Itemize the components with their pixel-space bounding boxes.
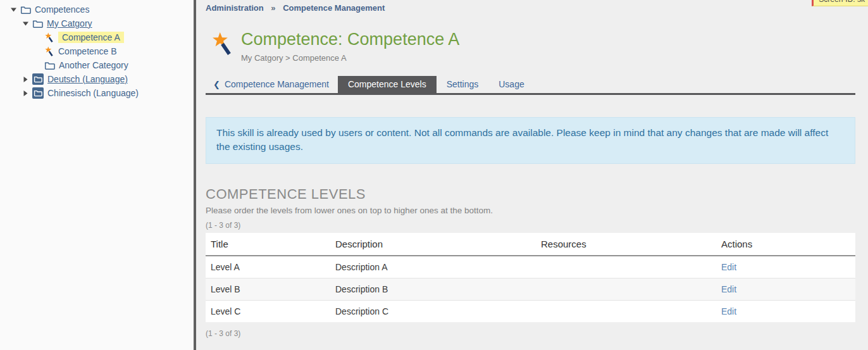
cell-description: Description A xyxy=(330,256,536,278)
edit-link-level-b[interactable]: Edit xyxy=(721,284,736,294)
tree-item-label[interactable]: Competence A xyxy=(58,32,124,43)
tab-back-competence-management[interactable]: ❮ Competence Management xyxy=(206,76,338,93)
tree-item-label[interactable]: Competences xyxy=(35,4,89,15)
tree-item-competence-b[interactable]: Competence B xyxy=(0,44,194,58)
page-header: Competence: Competence A My Catgory > Co… xyxy=(211,30,855,63)
folder-icon xyxy=(44,61,55,70)
expand-triangle-right-icon[interactable] xyxy=(21,91,30,96)
tree-item-competence-a[interactable]: Competence A xyxy=(0,30,194,44)
skill-wand-icon xyxy=(44,32,54,43)
table-header-row: Title Description Resources Actions xyxy=(206,233,855,256)
levels-table: Title Description Resources Actions Leve… xyxy=(206,233,855,323)
screen-id-badge: Screen-ID: sk xyxy=(812,0,868,6)
app-window: Competences My Catgory Competence A xyxy=(0,0,868,350)
result-range-bottom: (1 - 3 of 3) xyxy=(206,329,855,338)
back-tab-label: Competence Management xyxy=(225,79,329,89)
table-row-level-b: Level B Description B Edit xyxy=(206,278,855,300)
table-row-level-c: Level C Description C Edit xyxy=(206,300,855,322)
column-header-title: Title xyxy=(206,233,330,256)
breadcrumb-competence-management[interactable]: Competence Management xyxy=(283,3,385,13)
expand-triangle-down-icon[interactable] xyxy=(9,8,18,12)
competence-levels-section: COMPETENCE LEVELS Please order the level… xyxy=(206,186,855,339)
skill-wand-icon xyxy=(211,31,235,63)
cell-description: Description B xyxy=(330,278,536,300)
cell-title: Level C xyxy=(206,300,330,322)
usage-warning-message: This skill is already used by users or c… xyxy=(206,117,855,164)
cell-resources xyxy=(536,278,716,300)
language-folder-icon xyxy=(32,87,44,99)
tree-item-my-catgory[interactable]: My Catgory xyxy=(0,16,194,30)
breadcrumb-administration[interactable]: Administration xyxy=(206,3,264,13)
tree-item-label[interactable]: Competence B xyxy=(58,46,117,56)
cell-resources xyxy=(536,256,716,278)
tab-settings[interactable]: Settings xyxy=(437,76,489,93)
expand-triangle-right-icon[interactable] xyxy=(21,77,30,82)
repository-tree-sidebar: Competences My Catgory Competence A xyxy=(0,0,194,350)
chevron-left-icon: ❮ xyxy=(213,80,220,89)
tree-item-another-category[interactable]: Another Category xyxy=(0,58,194,72)
cell-title: Level A xyxy=(206,256,330,278)
breadcrumb: Administration » Competence Management xyxy=(206,0,855,13)
tree-item-chinesisch-language[interactable]: Chinesisch (Language) xyxy=(0,86,194,100)
tree-item-deutsch-language[interactable]: Deutsch (Language) xyxy=(0,72,194,86)
tab-usage[interactable]: Usage xyxy=(488,76,534,93)
tab-bar: ❮ Competence Management Competence Level… xyxy=(206,76,855,95)
section-subtitle: Please order the levels from lower ones … xyxy=(206,206,855,215)
cell-title: Level B xyxy=(206,278,330,300)
column-header-resources: Resources xyxy=(536,233,716,256)
section-title: COMPETENCE LEVELS xyxy=(206,186,855,203)
tree-item-label[interactable]: Chinesisch (Language) xyxy=(47,88,139,98)
column-header-description: Description xyxy=(330,233,536,256)
language-folder-icon xyxy=(32,73,44,85)
folder-icon xyxy=(32,19,43,28)
tree-item-competences[interactable]: Competences xyxy=(0,3,194,16)
result-range-top: (1 - 3 of 3) xyxy=(206,221,855,230)
cell-description: Description C xyxy=(330,300,536,322)
skill-wand-icon xyxy=(44,46,54,57)
edit-link-level-c[interactable]: Edit xyxy=(721,306,736,316)
table-row-level-a: Level A Description A Edit xyxy=(206,256,855,278)
page-path: My Catgory > Competence A xyxy=(241,53,459,63)
breadcrumb-separator: » xyxy=(271,3,275,13)
page-title: Competence: Competence A xyxy=(241,30,459,49)
main-content: Screen-ID: sk Administration » Competenc… xyxy=(196,0,868,350)
folder-icon xyxy=(20,5,31,15)
column-header-actions: Actions xyxy=(716,233,855,256)
tree-item-label[interactable]: Another Category xyxy=(59,60,128,70)
cell-resources xyxy=(536,300,716,322)
tree-item-label[interactable]: My Catgory xyxy=(47,18,92,28)
edit-link-level-a[interactable]: Edit xyxy=(721,262,736,272)
tree-item-label[interactable]: Deutsch (Language) xyxy=(47,74,128,84)
tab-competence-levels[interactable]: Competence Levels xyxy=(338,76,437,93)
expand-triangle-down-icon[interactable] xyxy=(21,22,30,26)
